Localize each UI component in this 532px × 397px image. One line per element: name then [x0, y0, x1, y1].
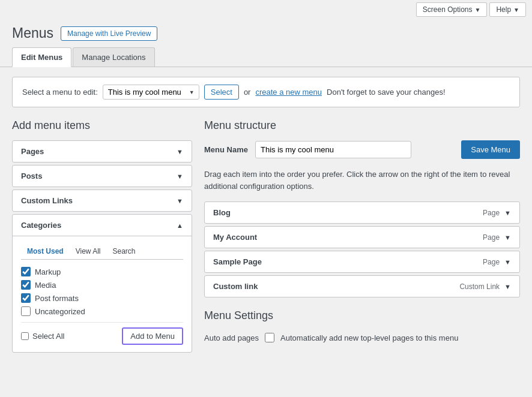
menu-name-label: Menu Name: [204, 145, 248, 154]
menu-items-list: Blog Page ▼ My Account Page ▼: [204, 201, 520, 297]
help-arrow-icon: ▼: [513, 7, 519, 13]
select-menu-label: Select a menu to edit:: [22, 88, 98, 97]
accordion-categories-body: Most Used View All Search Markup: [13, 236, 192, 352]
accordion-footer: Select All Add to Menu: [21, 322, 183, 345]
screen-options-label: Screen Options: [423, 5, 473, 14]
menu-item[interactable]: My Account Page ▼: [204, 226, 520, 248]
accordion-custom-links-label: Custom Links: [21, 196, 73, 205]
menu-item[interactable]: Sample Page Page ▼: [204, 251, 520, 273]
cat-tab-search[interactable]: Search: [107, 243, 142, 259]
select-button[interactable]: Select: [204, 85, 239, 100]
label-post-formats: Post formats: [35, 294, 79, 303]
menu-item-label: Sample Page: [213, 257, 262, 266]
right-column: Menu structure Menu Name Save Menu Drag …: [204, 119, 520, 346]
select-all-wrap: Select All: [21, 332, 64, 341]
auto-add-pages-checkbox[interactable]: [265, 333, 274, 342]
label-media: Media: [35, 281, 56, 290]
menu-settings: Menu Settings Auto add pages Automatical…: [204, 309, 520, 346]
cat-tab-view-all[interactable]: View All: [70, 243, 107, 259]
tab-manage-locations[interactable]: Manage Locations: [73, 47, 154, 67]
tabs-bar: Edit Menus Manage Locations: [0, 47, 532, 67]
select-menu-bar: Select a menu to edit: This is my cool m…: [12, 77, 520, 107]
screen-options-button[interactable]: Screen Options ▼: [416, 2, 488, 17]
accordion-pages-header[interactable]: Pages ▼: [13, 141, 192, 162]
menu-structure-title: Menu structure: [204, 119, 520, 132]
list-item: Uncategorized: [21, 306, 183, 316]
reminder-text: Don't forget to save your changes!: [327, 88, 446, 97]
or-text: or: [244, 88, 251, 97]
select-all-checkbox[interactable]: [21, 332, 29, 340]
menu-item-type: Page: [483, 233, 500, 242]
menu-item-right: Page ▼: [483, 209, 511, 217]
label-markup: Markup: [35, 267, 61, 276]
menu-name-input[interactable]: [255, 141, 411, 158]
menu-item-right: Custom Link ▼: [459, 282, 511, 291]
left-column: Add menu items Pages ▼ Posts ▼: [12, 119, 192, 355]
content-area: Select a menu to edit: This is my cool m…: [0, 67, 532, 365]
menu-item-label: Custom link: [213, 282, 258, 291]
menu-select-wrapper: This is my cool menu: [103, 85, 199, 100]
menu-item-type: Page: [483, 209, 500, 217]
accordion-categories-header[interactable]: Categories ▲: [13, 215, 192, 236]
accordion-categories-arrow-icon: ▲: [177, 222, 183, 229]
checkbox-post-formats[interactable]: [21, 293, 31, 303]
add-menu-items-title: Add menu items: [12, 119, 192, 132]
accordion-posts: Posts ▼: [12, 165, 192, 187]
help-label: Help: [496, 5, 511, 14]
accordion-pages-arrow-icon: ▼: [177, 148, 183, 155]
menu-item-type: Custom Link: [459, 282, 500, 291]
accordion-categories: Categories ▲ Most Used View All Search: [12, 214, 192, 353]
accordion-posts-label: Posts: [21, 172, 42, 181]
select-all-label: Select All: [32, 332, 64, 341]
top-bar: Screen Options ▼ Help ▼: [0, 0, 532, 19]
auto-add-pages-row: Auto add pages Automatically add new top…: [204, 329, 520, 346]
accordion-custom-links: Custom Links ▼: [12, 190, 192, 212]
checkbox-markup[interactable]: [21, 267, 31, 276]
checkbox-media[interactable]: [21, 280, 31, 290]
menu-item-label: My Account: [213, 233, 257, 242]
page-title: Menus: [12, 25, 53, 41]
accordion-pages: Pages ▼: [12, 140, 192, 163]
menu-select[interactable]: This is my cool menu: [103, 85, 199, 100]
save-menu-button[interactable]: Save Menu: [461, 140, 520, 159]
help-button[interactable]: Help ▼: [489, 2, 526, 17]
menu-item-label: Blog: [213, 208, 231, 217]
checkbox-uncategorized[interactable]: [21, 306, 31, 316]
auto-add-pages-desc: Automatically add new top-level pages to…: [280, 333, 458, 342]
menu-settings-title: Menu Settings: [204, 309, 520, 322]
label-uncategorized: Uncategorized: [35, 307, 85, 316]
drag-instructions: Drag each item into the order you prefer…: [204, 169, 520, 192]
list-item: Post formats: [21, 293, 183, 303]
menu-item-chevron-icon[interactable]: ▼: [504, 283, 511, 290]
category-tabs: Most Used View All Search: [21, 243, 183, 260]
list-item: Media: [21, 280, 183, 290]
menu-item-chevron-icon[interactable]: ▼: [504, 209, 511, 216]
menu-item-chevron-icon[interactable]: ▼: [504, 234, 511, 241]
live-preview-button[interactable]: Manage with Live Preview: [61, 26, 157, 41]
category-check-list: Markup Media Post formats: [21, 267, 183, 316]
menu-item[interactable]: Blog Page ▼: [204, 201, 520, 224]
cat-tab-most-used[interactable]: Most Used: [21, 243, 70, 259]
page-header: Menus Manage with Live Preview: [0, 19, 532, 47]
accordion-posts-arrow-icon: ▼: [177, 173, 183, 180]
menu-item-right: Page ▼: [483, 258, 511, 266]
create-new-menu-link[interactable]: create a new menu: [255, 88, 322, 97]
tab-edit-menus[interactable]: Edit Menus: [12, 47, 71, 67]
menu-item-right: Page ▼: [483, 233, 511, 242]
accordion-custom-links-arrow-icon: ▼: [177, 197, 183, 204]
page-wrapper: Screen Options ▼ Help ▼ Menus Manage wit…: [0, 0, 532, 397]
menu-item-chevron-icon[interactable]: ▼: [504, 258, 511, 266]
menu-name-bar: Menu Name Save Menu: [204, 140, 520, 159]
auto-add-pages-label: Auto add pages: [204, 333, 259, 342]
list-item: Markup: [21, 267, 183, 276]
two-col-layout: Add menu items Pages ▼ Posts ▼: [12, 119, 520, 355]
accordion-posts-header[interactable]: Posts ▼: [13, 166, 192, 187]
menu-item[interactable]: Custom link Custom Link ▼: [204, 275, 520, 297]
accordion-custom-links-header[interactable]: Custom Links ▼: [13, 190, 192, 211]
menu-item-type: Page: [483, 258, 500, 266]
add-to-menu-button[interactable]: Add to Menu: [122, 327, 183, 345]
screen-options-arrow-icon: ▼: [475, 7, 481, 13]
accordion-pages-label: Pages: [21, 147, 44, 156]
accordion-categories-label: Categories: [21, 221, 61, 230]
